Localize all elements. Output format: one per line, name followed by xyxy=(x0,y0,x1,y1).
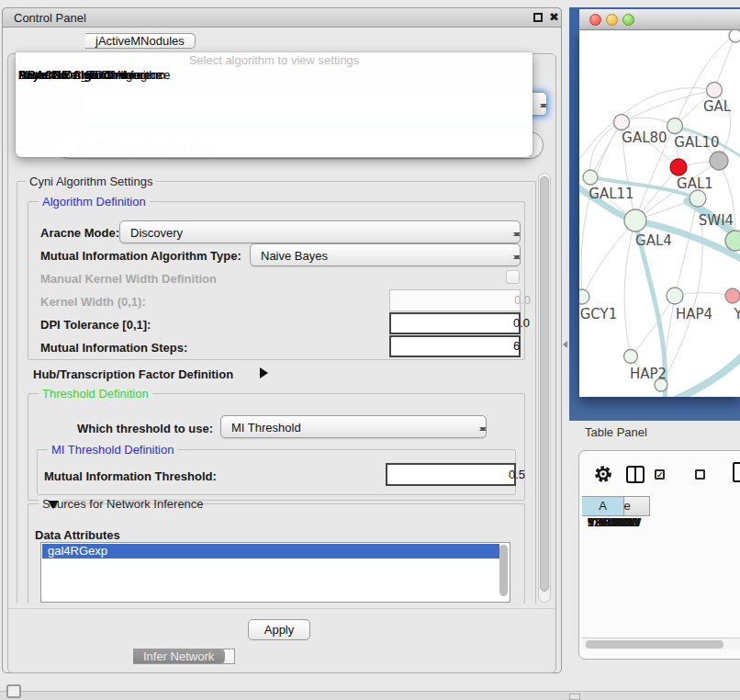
expand-arrow-icon[interactable] xyxy=(260,367,268,378)
mi-algorithm-type-value: Naive Bayes xyxy=(261,248,328,262)
network-node-label[interactable]: HAP2 xyxy=(630,366,667,382)
unchecked-checkbox-icon xyxy=(695,469,705,480)
network-node[interactable] xyxy=(725,288,740,303)
float-window-icon[interactable] xyxy=(533,13,543,22)
cyni-algorithm-settings-title: Cyni Algorithm Settings xyxy=(26,175,156,188)
data-attributes-list[interactable]: SelfLoopsTopologicalCoefficientBetweenne… xyxy=(40,542,510,603)
network-node-label[interactable]: GAL11 xyxy=(589,186,633,202)
attributes-scrollbar-thumb[interactable] xyxy=(499,545,508,596)
close-traffic-light-icon[interactable] xyxy=(589,14,601,26)
network-node[interactable] xyxy=(667,119,683,134)
minimized-panel-icon[interactable] xyxy=(6,684,21,698)
algorithm-dropdown-hint: Select algorithm to view settings xyxy=(16,53,533,67)
tab-jactivemnodules[interactable]: jActiveMNodules xyxy=(85,33,196,49)
table-cell: 9. xyxy=(582,516,624,529)
which-threshold-value: MI Threshold xyxy=(231,420,301,434)
network-node[interactable] xyxy=(579,289,589,304)
network-node[interactable] xyxy=(614,115,630,130)
tab-infer-network[interactable]: Infer Network xyxy=(133,649,225,664)
table-body: YDL19...YDL19...13YDR27...YDR27...12YBR0… xyxy=(582,516,740,630)
network-node-label[interactable]: GAL80 xyxy=(622,130,667,146)
network-node[interactable] xyxy=(707,83,723,98)
status-strip xyxy=(0,691,740,700)
network-node-label[interactable]: HAP4 xyxy=(676,306,712,322)
network-view-canvas[interactable]: GALGAL80GAL10GAL1GAL11SWI4GAL4GCY1HAP4YH… xyxy=(579,30,740,397)
kernel-width-value: 0.0 xyxy=(514,290,531,310)
network-node-label[interactable]: GAL1 xyxy=(677,175,713,192)
collapse-arrow-icon[interactable] xyxy=(48,501,59,509)
table-hscrollbar-thumb[interactable] xyxy=(586,640,723,649)
threshold-definition-title: Threshold Definition xyxy=(39,387,152,401)
table-panel-title: Table Panel xyxy=(585,425,647,439)
minimize-traffic-light-icon[interactable] xyxy=(606,14,618,26)
which-threshold-label: Which threshold to use: xyxy=(77,422,213,435)
mi-steps-label: Mutual Information Steps: xyxy=(40,341,187,355)
network-node-label[interactable]: GAL10 xyxy=(674,134,719,151)
apply-button[interactable]: Apply xyxy=(248,619,310,640)
dpi-tolerance-label: DPI Tolerance [0,1]: xyxy=(40,318,151,332)
network-node[interactable] xyxy=(583,170,598,185)
mi-threshold-definition-title: MI Threshold Definition xyxy=(48,443,177,457)
network-node-label[interactable]: GAL xyxy=(703,98,732,115)
table-horizontal-scrollbar[interactable] xyxy=(582,638,740,649)
attribute-list-item[interactable]: gal4RGexp xyxy=(42,544,499,559)
export-table-icon[interactable] xyxy=(733,462,740,482)
mi-threshold-value: 0.5 xyxy=(509,465,525,484)
cytoscape-workspace: Control Panel ✖ NetworkStyleSelectCyni T… xyxy=(0,0,740,700)
network-node-label[interactable]: GAL4 xyxy=(635,232,672,249)
network-graph: GALGAL80GAL10GAL1GAL11SWI4GAL4GCY1HAP4YH… xyxy=(579,30,740,397)
column-header-3[interactable]: A xyxy=(582,496,624,516)
manual-kernel-width-checkbox[interactable] xyxy=(506,270,520,284)
network-node[interactable] xyxy=(729,30,740,42)
network-node[interactable] xyxy=(725,231,740,251)
network-edge xyxy=(622,90,714,122)
network-node-label[interactable]: SWI4 xyxy=(699,212,734,229)
sources-title-text: Sources for Network Inference xyxy=(42,497,204,511)
kernel-width-label: Kernel Width (0,1): xyxy=(40,295,146,309)
network-node[interactable] xyxy=(624,209,646,231)
aracne-mode-value: Discovery xyxy=(130,225,183,239)
mi-threshold-field[interactable]: 0.5 xyxy=(386,463,516,486)
network-edge xyxy=(714,36,735,90)
resize-grip-icon[interactable] xyxy=(569,694,580,700)
network-edge xyxy=(624,220,635,356)
manual-kernel-width-label: Manual Kernel Width Definition xyxy=(40,272,217,286)
dpi-tolerance-value: 0.0 xyxy=(513,314,530,333)
mi-threshold-label: Mutual Information Threshold: xyxy=(44,469,217,483)
network-node-label[interactable]: GCY1 xyxy=(580,306,618,322)
mi-algorithm-type-select[interactable]: Naive Bayes xyxy=(250,243,521,266)
panel-splitter-icon[interactable] xyxy=(563,341,567,348)
checked-checkbox-icon: ✓ xyxy=(655,469,665,480)
close-icon[interactable]: ✖ xyxy=(549,10,559,24)
aracne-mode-label: Aracne Mode: xyxy=(40,226,119,240)
network-edge xyxy=(631,296,675,356)
kernel-width-field[interactable]: 0.0 xyxy=(389,289,521,311)
network-node[interactable] xyxy=(710,152,728,170)
table-settings-gear-icon[interactable] xyxy=(593,463,613,485)
network-window-titlebar[interactable] xyxy=(579,9,740,30)
algorithm-option[interactable]: Dream8 DC_TDC Algorithm xyxy=(16,68,165,83)
network-node[interactable] xyxy=(690,190,706,207)
settings-scrollbar-thumb[interactable] xyxy=(540,176,549,592)
network-node[interactable] xyxy=(670,159,687,175)
dpi-tolerance-field[interactable]: 0.0 xyxy=(389,312,521,334)
table-panel-titlebar[interactable]: Table Panel xyxy=(564,421,740,445)
settings-scrollbar[interactable] xyxy=(538,173,551,603)
hub-definition-label[interactable]: Hub/Transcription Factor Definition xyxy=(33,367,233,381)
zoom-traffic-light-icon[interactable] xyxy=(622,14,634,26)
which-threshold-select[interactable]: MI Threshold xyxy=(220,415,487,438)
sources-title[interactable]: Sources for Network Inference xyxy=(39,497,62,511)
control-panel-titlebar[interactable]: Control Panel xyxy=(2,7,562,28)
algorithm-definition-title: Algorithm Definition xyxy=(39,195,150,209)
network-node[interactable] xyxy=(624,350,638,364)
network-node[interactable] xyxy=(667,288,683,304)
data-attributes-label: Data Attributes xyxy=(35,528,120,542)
aracne-mode-select[interactable]: Discovery xyxy=(119,220,521,243)
show-columns-icon[interactable] xyxy=(626,466,645,483)
network-node-label[interactable]: Y xyxy=(733,306,740,322)
mi-steps-value: 6 xyxy=(513,337,520,356)
tab-label: jActiveMNodules xyxy=(95,34,185,48)
mi-steps-field[interactable]: 6 xyxy=(389,335,521,357)
divider xyxy=(8,608,555,609)
network-edge xyxy=(675,198,698,296)
